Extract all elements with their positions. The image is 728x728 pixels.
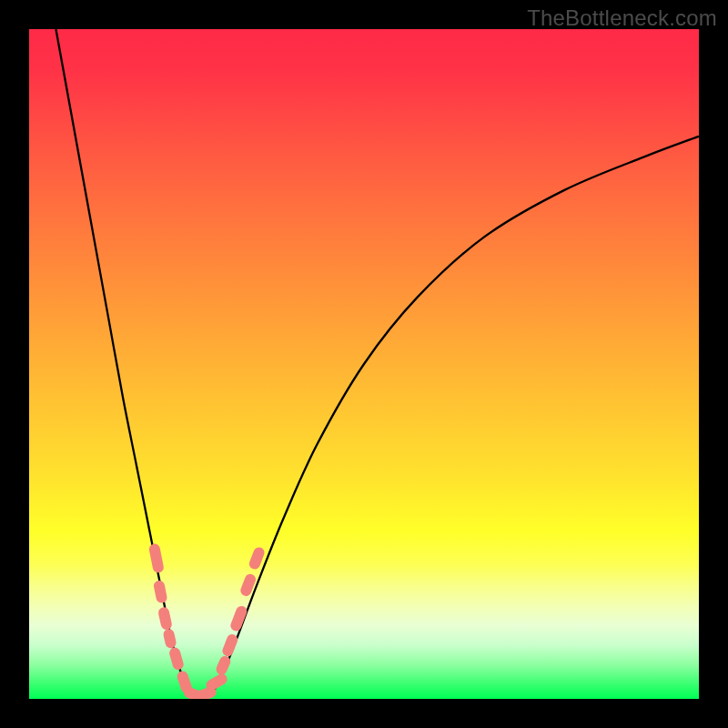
curve-line [56,29,699,697]
curve-marker [168,646,185,671]
curve-marker [153,580,168,604]
curve-marker [162,628,177,649]
curve-marker [157,606,173,631]
watermark-text: TheBottleneck.com [527,5,717,31]
curve-marker [221,632,239,658]
curve-marker [229,604,248,632]
bottleneck-curve [29,29,699,699]
curve-marker [148,542,165,573]
outer-frame: TheBottleneck.com [0,0,728,728]
plot-area [29,29,699,699]
